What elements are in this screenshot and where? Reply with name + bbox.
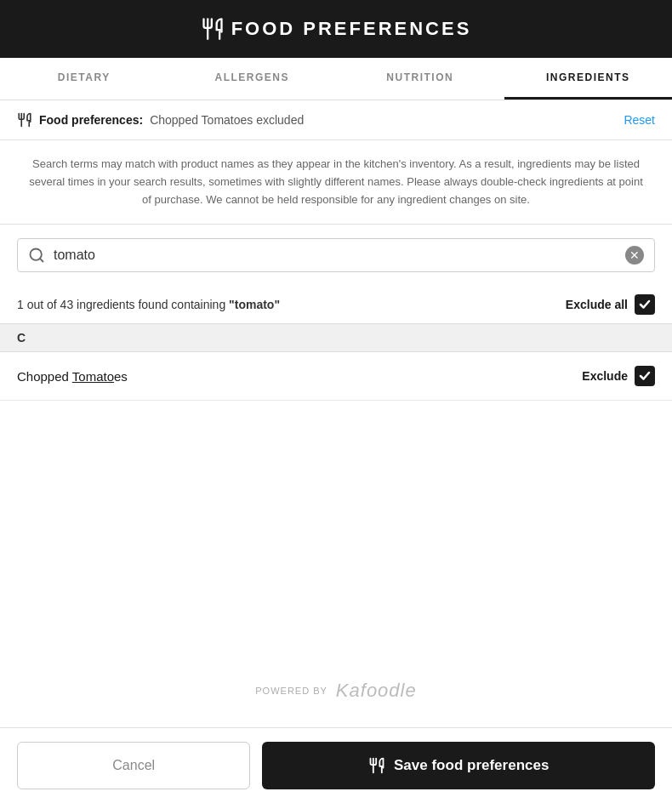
header: ✕🍴 FOOD PREFERENCES [0,0,672,58]
powered-by: POWERED BY Kafoodle [0,646,672,727]
ingredient-row: Chopped Tomatoes Exclude [0,352,672,401]
tab-dietary[interactable]: DIETARY [0,58,168,100]
prefs-value: Chopped Tomatoes excluded [150,113,304,127]
exclude-label: Exclude [582,369,628,383]
section-header-c: C [0,323,672,352]
content-area: Search terms may match with product name… [0,140,672,727]
page-title: FOOD PREFERENCES [231,18,472,40]
tab-bar: DIETARY ALLERGENS NUTRITION INGREDIENTS [0,58,672,100]
reset-button[interactable]: Reset [624,113,655,127]
exclude-all-checkbox[interactable] [635,294,655,315]
search-wrapper: ✕ [17,238,655,272]
cancel-button[interactable]: Cancel [17,742,250,789]
exclude-wrapper: Exclude [582,366,655,386]
search-area: ✕ [0,225,672,286]
svg-line-3 [40,259,43,262]
prefs-label: Food preferences: [39,113,143,127]
results-summary: 1 out of 43 ingredients found containing… [17,298,280,311]
tab-nutrition[interactable]: NUTRITION [336,58,504,100]
search-query: "tomato" [229,298,280,311]
footer-buttons: Cancel Save food preferences [0,727,672,803]
utensils-icon [201,17,225,41]
ingredient-name: Chopped Tomatoes [17,369,128,384]
search-icon [28,247,45,264]
tab-ingredients[interactable]: INGREDIENTS [504,58,673,100]
info-box: Search terms may match with product name… [0,140,672,225]
tab-allergens[interactable]: ALLERGENS [168,58,337,100]
info-text: Search terms may match with product name… [24,156,648,208]
save-button-label: Save food preferences [394,757,549,774]
exclude-all-wrapper: Exclude all [566,294,655,315]
save-button[interactable]: Save food preferences [262,742,655,789]
utensils-save-icon [368,757,385,774]
results-row: 1 out of 43 ingredients found containing… [0,286,672,323]
preferences-bar: Food preferences: Chopped Tomatoes exclu… [0,100,672,140]
exclude-checkbox[interactable] [635,366,655,386]
clear-search-button[interactable]: ✕ [625,246,644,265]
kafoodle-brand: Kafoodle [336,680,417,702]
prefs-bar-content: Food preferences: Chopped Tomatoes exclu… [17,112,304,128]
utensils-small-icon [17,112,32,128]
powered-by-text: POWERED BY [255,686,327,696]
exclude-all-label: Exclude all [566,298,628,311]
search-input[interactable] [54,248,617,263]
spacer [0,401,672,646]
